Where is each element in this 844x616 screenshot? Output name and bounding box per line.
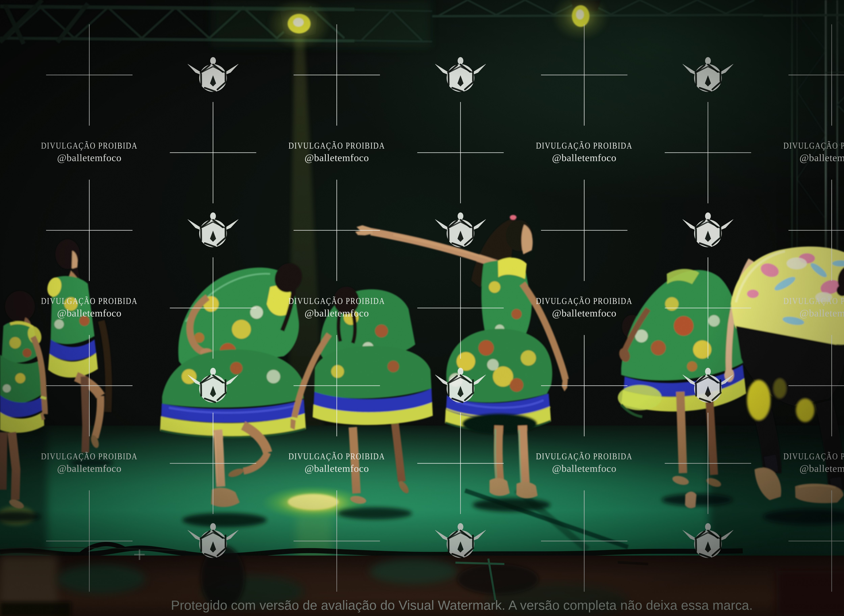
photo-stage: DIVULGAÇÃO PROIBIDA@balletemfocoDIVULGAÇ… xyxy=(0,0,844,616)
trial-banner: Protegido com versão de avaliação do Vis… xyxy=(0,598,844,613)
trial-banner-text: Protegido com versão de avaliação do Vis… xyxy=(171,598,753,613)
film-grain xyxy=(0,0,844,616)
stage-photo-scene xyxy=(0,0,844,616)
